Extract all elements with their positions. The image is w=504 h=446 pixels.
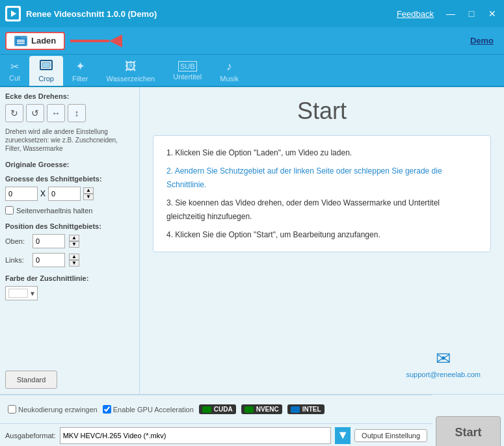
height-down-button[interactable]: ▼ bbox=[83, 194, 94, 200]
left-spinner: ▲ ▼ bbox=[69, 254, 79, 267]
cut-icon: ✂ bbox=[10, 60, 19, 73]
original-size-title: Originale Groesse: bbox=[5, 161, 134, 168]
bottom-left: Neukodierung erzwingen Enable GPU Accele… bbox=[0, 395, 432, 446]
tab-untertitel[interactable]: SUB Untertitel bbox=[164, 56, 211, 86]
format-select[interactable]: MKV HEVC/H.265 Video (*.mkv) bbox=[60, 427, 331, 444]
load-icon bbox=[14, 36, 27, 46]
top-spinner: ▲ ▼ bbox=[69, 235, 79, 248]
arrow-indicator bbox=[70, 34, 122, 47]
format-label: Ausgabeformat: bbox=[5, 432, 56, 439]
top-row: Oben: ▲ ▼ bbox=[5, 234, 134, 248]
bottom-section: Neukodierung erzwingen Enable GPU Accele… bbox=[0, 394, 504, 446]
nav-tabs: ✂ Cut Crop ✦ Filter 🖼 Wasserzeichen SUB … bbox=[0, 55, 504, 87]
aspect-ratio-label: Seitenverhaeltnis halten bbox=[16, 207, 92, 215]
color-picker-button[interactable]: ▼ bbox=[5, 286, 38, 300]
height-up-button[interactable]: ▲ bbox=[83, 187, 94, 194]
format-dropdown-button[interactable]: ▼ bbox=[335, 427, 351, 444]
color-swatch bbox=[8, 289, 28, 298]
app-title: Renee Videoschnitt 1.0.0 (Demo) bbox=[26, 9, 157, 19]
color-arrow-icon: ▼ bbox=[29, 290, 36, 297]
close-button[interactable]: ✕ bbox=[486, 8, 499, 19]
support-row: ✉ support@reneelab.com bbox=[395, 343, 491, 384]
left-row: Links: ▲ ▼ bbox=[5, 253, 134, 267]
aspect-ratio-checkbox[interactable] bbox=[5, 206, 14, 215]
tab-wasserzeichen-label: Wasserzeichen bbox=[106, 75, 155, 83]
left-down-button[interactable]: ▼ bbox=[69, 260, 79, 267]
height-input[interactable] bbox=[48, 187, 81, 201]
wasserzeichen-icon: 🖼 bbox=[125, 60, 137, 73]
svg-rect-3 bbox=[16, 37, 20, 40]
format-row: Ausgabeformat: MKV HEVC/H.265 Video (*.m… bbox=[0, 423, 432, 446]
rotate-section-title: Ecke des Drehens: bbox=[5, 92, 134, 100]
gpu-label: Enable GPU Acceleration bbox=[113, 406, 194, 413]
start-title: Start bbox=[297, 98, 347, 125]
rotate-ccw-button[interactable]: ↺ bbox=[26, 104, 44, 122]
svg-rect-8 bbox=[42, 62, 50, 68]
intel-badge: INTEL bbox=[287, 404, 325, 414]
gpu-checkbox[interactable] bbox=[103, 405, 111, 413]
feedback-link[interactable]: Feedback bbox=[397, 9, 434, 19]
tab-musik-label: Musik bbox=[220, 75, 239, 83]
left-up-button[interactable]: ▲ bbox=[69, 254, 79, 260]
standard-button[interactable]: Standard bbox=[5, 371, 57, 389]
tab-musik[interactable]: ♪ Musik bbox=[211, 56, 248, 86]
load-label: Laden bbox=[31, 36, 56, 46]
titlebar: Renee Videoschnitt 1.0.0 (Demo) Feedback… bbox=[0, 0, 504, 27]
tab-crop[interactable]: Crop bbox=[29, 56, 63, 86]
window-controls: — □ ✕ bbox=[444, 8, 499, 19]
intel-label: INTEL bbox=[302, 406, 321, 413]
tab-filter-label: Filter bbox=[72, 75, 88, 83]
crop-size-row: X ▲ ▼ bbox=[5, 187, 134, 201]
instruction-3: 3. Sie koennen das Video drehen, oder de… bbox=[166, 196, 477, 223]
height-spinner: ▲ ▼ bbox=[83, 187, 94, 200]
app-icon bbox=[5, 6, 21, 21]
svg-rect-5 bbox=[17, 41, 25, 42]
titlebar-left: Renee Videoschnitt 1.0.0 (Demo) bbox=[5, 6, 157, 21]
tab-wasserzeichen[interactable]: 🖼 Wasserzeichen bbox=[97, 56, 164, 86]
email-icon: ✉ bbox=[436, 348, 451, 369]
rotate-note: Drehen wird alle andere Einstellung zuru… bbox=[5, 127, 134, 153]
tab-crop-label: Crop bbox=[38, 75, 54, 83]
crop-size-title: Groesse des Schnittgebiets: bbox=[5, 175, 134, 183]
flip-v-button[interactable]: ↕ bbox=[68, 104, 86, 122]
tab-cut-label: Cut bbox=[9, 74, 20, 82]
gpu-row[interactable]: Enable GPU Acceleration bbox=[103, 405, 194, 413]
rotate-cw-button[interactable]: ↻ bbox=[5, 104, 23, 122]
format-value: MKV HEVC/H.265 Video (*.mkv) bbox=[63, 432, 166, 439]
tab-filter[interactable]: ✦ Filter bbox=[63, 56, 97, 86]
cuda-badge: CUDA bbox=[199, 404, 236, 414]
svg-rect-4 bbox=[17, 40, 25, 41]
main-layout: Ecke des Drehens: ↻ ↺ ↔ ↕ Drehen wird al… bbox=[0, 87, 504, 394]
tab-cut[interactable]: ✂ Cut bbox=[0, 56, 29, 86]
restore-button[interactable]: □ bbox=[465, 8, 478, 19]
musik-icon: ♪ bbox=[226, 60, 232, 73]
color-picker-row: ▼ bbox=[5, 286, 134, 300]
instruction-box: 1. Klicken Sie die Option "Laden", um Vi… bbox=[153, 135, 491, 252]
start-button[interactable]: Start bbox=[436, 416, 501, 446]
rotate-controls: ↻ ↺ ↔ ↕ bbox=[5, 104, 134, 122]
support-link[interactable]: support@reneelab.com bbox=[406, 371, 481, 378]
demo-label: Demo bbox=[470, 36, 499, 46]
tab-untertitel-label: Untertitel bbox=[173, 73, 202, 81]
flip-h-button[interactable]: ↔ bbox=[47, 104, 65, 122]
minimize-button[interactable]: — bbox=[444, 8, 457, 19]
start-button-container: Start bbox=[432, 395, 504, 446]
load-button[interactable]: Laden bbox=[5, 32, 65, 50]
top-up-button[interactable]: ▲ bbox=[69, 235, 79, 241]
width-input[interactable] bbox=[5, 187, 38, 201]
arrow-shaft bbox=[70, 40, 109, 42]
neukodierung-label: Neukodierung erzwingen bbox=[18, 406, 98, 413]
output-settings-button[interactable]: Output Einstellung bbox=[354, 429, 427, 442]
top-input[interactable] bbox=[33, 234, 65, 248]
top-down-button[interactable]: ▼ bbox=[69, 241, 79, 248]
arrow-head bbox=[109, 34, 122, 47]
crop-icon bbox=[40, 60, 53, 73]
neukodierung-checkbox[interactable] bbox=[8, 405, 16, 413]
right-panel: Start 1. Klicken Sie die Option "Laden",… bbox=[140, 87, 504, 394]
neukodierung-row[interactable]: Neukodierung erzwingen bbox=[8, 405, 98, 413]
size-x-label: X bbox=[40, 189, 46, 198]
instruction-4: 4. Klicken Sie die Option "Start", um Be… bbox=[166, 228, 477, 241]
right-content: Start 1. Klicken Sie die Option "Laden",… bbox=[140, 87, 504, 394]
instruction-1: 1. Klicken Sie die Option "Laden", um Vi… bbox=[166, 146, 477, 159]
left-input[interactable] bbox=[33, 253, 65, 267]
